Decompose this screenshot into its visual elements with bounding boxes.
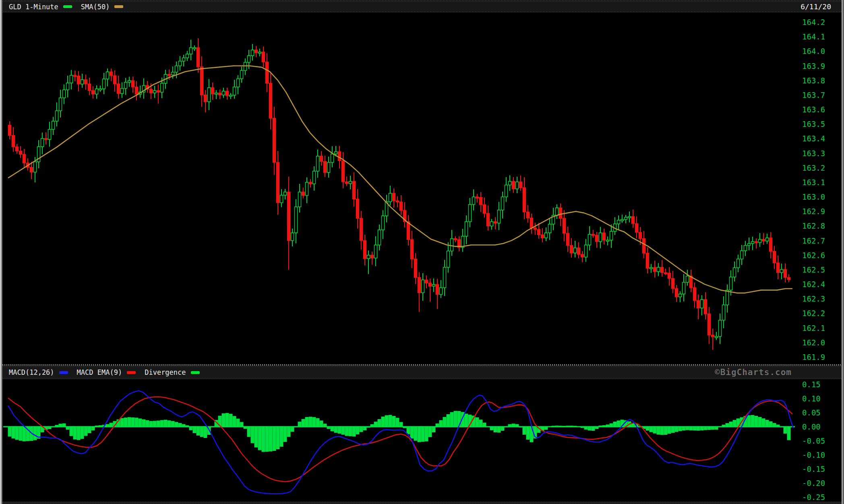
candle-body-down	[570, 246, 573, 253]
divergence-bar	[19, 427, 23, 441]
divergence-bar	[530, 427, 534, 442]
price-axis-tick: 162.9	[802, 207, 825, 216]
candle-body-down	[114, 76, 116, 84]
divergence-bar	[8, 427, 12, 437]
divergence-bar	[374, 421, 378, 427]
divergence-bar	[617, 421, 621, 427]
divergence-bar	[197, 427, 200, 436]
price-axis-tick: 162.5	[802, 265, 825, 274]
divergence-bar	[283, 427, 287, 442]
candle-body-up	[190, 48, 192, 54]
candle-body-up	[306, 182, 308, 196]
macd-axis-tick: -0.10	[802, 450, 825, 459]
candle-body-down	[773, 251, 776, 263]
divergence-bar	[381, 417, 385, 427]
divergence-bar	[146, 420, 149, 427]
candle-body-up	[621, 219, 624, 221]
divergence-bar	[425, 427, 428, 442]
divergence-bar	[12, 427, 15, 438]
divergence-bar	[254, 427, 258, 447]
divergence-bar	[787, 427, 791, 440]
candle-body-down	[197, 48, 200, 67]
candle-body-up	[128, 81, 131, 82]
candle-body-up	[161, 83, 163, 92]
divergence-bar	[280, 427, 283, 447]
divergence-bar	[664, 427, 668, 435]
candle-body-down	[476, 197, 479, 198]
candle-body-down	[204, 95, 207, 102]
ema-legend-swatch	[127, 371, 136, 374]
candle-body-up	[585, 245, 587, 257]
candle-body-up	[443, 267, 446, 288]
candle-body-up	[172, 72, 174, 75]
candle-body-up	[751, 242, 754, 244]
candle-body-up	[66, 83, 69, 90]
candle-body-down	[92, 91, 95, 94]
price-axis-tick: 164.1	[802, 32, 825, 41]
divergence-bar	[305, 417, 309, 427]
divergence-bar	[139, 419, 142, 427]
divergence-bar	[526, 427, 530, 440]
divergence-bar	[236, 419, 240, 427]
divergence-bar	[443, 417, 447, 427]
candle-body-down	[646, 253, 649, 268]
window-edge-left	[0, 0, 2, 504]
candle-body-down	[273, 118, 276, 163]
candle-body-down	[266, 62, 269, 83]
divergence-bar	[157, 421, 160, 427]
candle-body-down	[77, 76, 80, 84]
candle-body-up	[469, 204, 472, 222]
candle-body-down	[8, 125, 11, 135]
divergence-bar	[747, 415, 751, 427]
candle-body-down	[12, 135, 15, 147]
divergence-bar	[229, 414, 233, 427]
candle-body-down	[668, 273, 671, 278]
candle-body-down	[592, 234, 595, 235]
candle-body-up	[331, 154, 334, 162]
candle-body-down	[19, 151, 22, 154]
divergence-bar	[479, 419, 483, 427]
candle-body-up	[730, 277, 732, 290]
macd-legend-bar: MACD(12,26) MACD EMA(9) Divergence ©BigC…	[2, 366, 842, 379]
divergence-bar	[675, 427, 679, 432]
candle-body-up	[367, 255, 370, 258]
divergence-bar	[679, 427, 682, 431]
candle-body-up	[34, 162, 37, 172]
candle-body-down	[16, 147, 19, 151]
divergence-bar	[378, 419, 381, 427]
price-axis-tick: 162.3	[802, 294, 825, 303]
divergence-bar	[312, 417, 316, 427]
macd-line	[8, 390, 793, 494]
divergence-bar	[349, 427, 352, 436]
candle-body-up	[186, 54, 189, 58]
divergence-bar	[77, 427, 81, 440]
candle-body-down	[345, 182, 348, 184]
candle-body-down	[436, 285, 439, 295]
candle-body-down	[603, 233, 606, 240]
candle-body-down	[414, 259, 417, 277]
divergence-bar	[269, 427, 273, 451]
candle-body-up	[461, 236, 464, 248]
candle-body-down	[23, 154, 26, 163]
divergence-bar	[204, 427, 207, 438]
price-axis-tick: 163.7	[802, 91, 825, 99]
candle-body-down	[762, 240, 765, 241]
candle-body-down	[664, 273, 667, 274]
candle-body-up	[95, 89, 98, 94]
divergence-bar	[316, 418, 320, 427]
divergence-bar	[131, 417, 135, 427]
window-edge-right	[842, 0, 844, 504]
divergence-bar	[653, 427, 657, 434]
candle-body-up	[99, 89, 102, 90]
candle-body-down	[527, 212, 530, 218]
candle-body-up	[610, 231, 613, 240]
divergence-bar	[142, 419, 146, 427]
price-axis-tick: 163.0	[802, 192, 825, 201]
divergence-bar	[331, 427, 334, 431]
divergence-bar	[273, 427, 276, 451]
candle-body-down	[277, 162, 279, 202]
candle-body-up	[733, 268, 736, 277]
divergence-bar	[153, 421, 157, 427]
candle-body-down	[770, 238, 772, 251]
candle-body-up	[378, 230, 381, 245]
